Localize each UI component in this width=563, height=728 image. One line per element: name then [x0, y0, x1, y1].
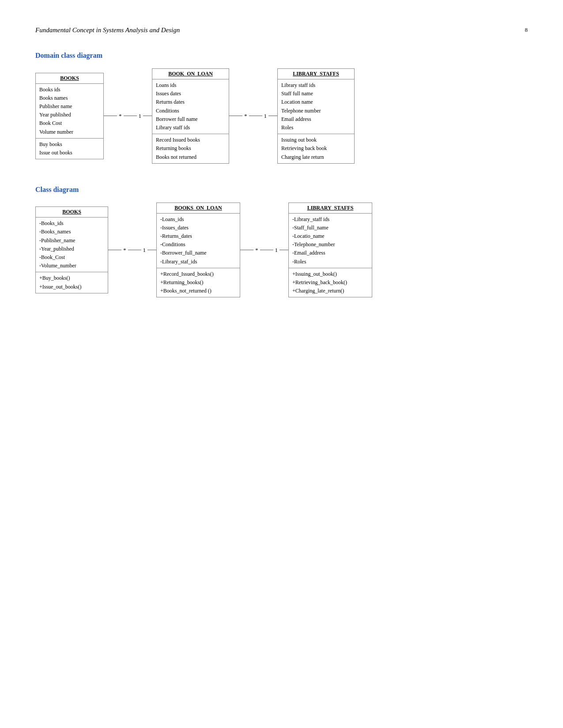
class-attr-year-published: -Year_published: [39, 245, 104, 253]
method-charging-late-return: Charging late return: [281, 153, 351, 161]
attr-library-staff-ids-2: Library staff ids: [281, 81, 351, 90]
line-right-1: [124, 116, 137, 116]
attr-books-ids: Books ids: [39, 86, 100, 94]
line-after-one-3: [147, 250, 156, 250]
class-section-title: Class diagram: [35, 186, 528, 194]
attr-staff-full-name: Staff full name: [281, 90, 351, 98]
domain-library-staffs-header: LIBRARY_STAFFS: [278, 69, 354, 79]
connector-1: * 1: [104, 113, 152, 120]
method-books-not-returned: Books not returned: [156, 153, 225, 161]
class-method-issue-out-books: +Issue_out_books(): [39, 283, 104, 291]
attr-book-cost: Book Cost: [39, 119, 100, 128]
class-method-buy-books: +Buy_books(): [39, 274, 104, 282]
domain-book-on-loan-box: BOOK_ON_LOAN Loans ids Issues dates Retu…: [152, 68, 229, 164]
class-books-on-loan-header: BOOKS_ON_LOAN: [157, 203, 240, 214]
class-books-methods: +Buy_books() +Issue_out_books(): [36, 272, 108, 293]
class-books-box: BOOKS -Books_ids -Books_names -Publisher…: [35, 206, 108, 293]
class-attr-library-staff-ids: -Library_staff ids: [292, 215, 368, 224]
domain-books-header: BOOKS: [36, 73, 103, 84]
class-diagram-section: Class diagram BOOKS -Books_ids -Books_na…: [35, 186, 528, 298]
domain-book-on-loan-header: BOOK_ON_LOAN: [152, 69, 229, 79]
attr-volume-number: Volume number: [39, 128, 100, 136]
class-books-attributes: -Books_ids -Books_names -Publisher_name …: [36, 218, 108, 272]
class-method-returning-books: +Returning_books(): [160, 278, 236, 287]
attr-library-staff-ids: Library staff ids: [156, 124, 225, 132]
method-issuing-out-book: Issuing out book: [281, 136, 351, 144]
class-attr-staff-full-name: -Staff_full_name: [292, 224, 368, 232]
attr-year-published: Year published: [39, 111, 100, 119]
class-attr-library-staf-ids: -Library_staf_ids: [160, 258, 236, 266]
domain-books-box: BOOKS Books ids Books names Publisher na…: [35, 73, 104, 160]
class-books-on-loan-box: BOOKS_ON_LOAN -Loans_ids -Issues_dates -…: [156, 203, 240, 298]
class-diagram-row: BOOKS -Books_ids -Books_names -Publisher…: [35, 203, 528, 298]
attr-publisher-name: Publisher name: [39, 102, 100, 111]
domain-section-title: Domain class diagram: [35, 52, 528, 60]
method-issue-out-books: Issue out books: [39, 149, 100, 157]
attr-issues-dates: Issues dates: [156, 90, 225, 98]
class-attr-books-ids: -Books_ids: [39, 219, 104, 228]
line-right-2: [249, 116, 262, 116]
class-attr-email-address: -Email_address: [292, 249, 368, 257]
attr-loans-ids: Loans ids: [156, 81, 225, 90]
connector-2: * 1: [229, 113, 277, 120]
page-number: 8: [525, 26, 528, 34]
line-left-3: [108, 250, 121, 250]
method-record-issued-books: Record Issued books: [156, 136, 225, 144]
connector-4: * 1: [240, 247, 288, 254]
attr-location-name: Location name: [281, 98, 351, 106]
class-method-retrieving-back-book: +Retrieving_back_book(): [292, 278, 368, 287]
domain-library-staffs-box: LIBRARY_STAFFS Library staff ids Staff f…: [277, 68, 355, 164]
multiplicity-one-2: 1: [262, 113, 269, 120]
method-retrieving-back-book: Retrieving back book: [281, 144, 351, 153]
connector-3: * 1: [108, 247, 156, 254]
class-attr-books-names: -Books_names: [39, 228, 104, 236]
method-returning-books: Returning books: [156, 144, 225, 153]
multiplicity-star-1: *: [117, 113, 124, 120]
class-attr-publisher-name: -Publisher_name: [39, 236, 104, 245]
class-attr-borrower-full-name: -Borrower_full_name: [160, 249, 236, 257]
method-buy-books: Buy books: [39, 140, 100, 149]
multiplicity-star-3: *: [121, 247, 128, 254]
domain-library-staffs-attributes: Library staff ids Staff full name Locati…: [278, 79, 354, 134]
class-books-header: BOOKS: [36, 207, 108, 218]
domain-diagram-row: BOOKS Books ids Books names Publisher na…: [35, 68, 528, 164]
attr-returns-dates: Returns dates: [156, 98, 225, 106]
class-library-staffs-methods: +Issuing_out_book() +Retrieving_back_boo…: [289, 268, 372, 297]
attr-borrower-full-name: Borrower full name: [156, 115, 225, 124]
attr-telephone-number: Telephone number: [281, 107, 351, 115]
class-method-record-issued: +Record_Issued_books(): [160, 270, 236, 278]
line-right-4: [260, 250, 273, 250]
class-attr-volume-number: -Volume_number: [39, 262, 104, 270]
domain-books-attributes: Books ids Books names Publisher name Yea…: [36, 84, 103, 138]
line-after-one-2: [268, 116, 277, 116]
class-method-books-not-returned: +Books_not_returned (): [160, 287, 236, 295]
domain-class-diagram-section: Domain class diagram BOOKS Books ids Boo…: [35, 52, 528, 164]
class-attr-returns-dates: -Returns_dates: [160, 232, 236, 240]
page-header: Fundamental Concept in Systems Analysis …: [35, 26, 528, 34]
class-library-staffs-attributes: -Library_staff ids -Staff_full_name -Loc…: [289, 214, 372, 268]
attr-conditions: Conditions: [156, 107, 225, 115]
domain-book-on-loan-methods: Record Issued books Returning books Book…: [152, 134, 229, 163]
class-attr-locatio-name: -Locatio_name: [292, 232, 368, 240]
class-library-staffs-box: LIBRARY_STAFFS -Library_staff ids -Staff…: [288, 203, 372, 298]
class-books-on-loan-attributes: -Loans_ids -Issues_dates -Returns_dates …: [157, 214, 240, 268]
line-left-1: [104, 116, 117, 116]
multiplicity-one-3: 1: [141, 247, 148, 254]
line-after-one-1: [143, 116, 152, 116]
multiplicity-star-4: *: [253, 247, 260, 254]
multiplicity-one-4: 1: [273, 247, 280, 254]
class-attr-loans-ids: -Loans_ids: [160, 215, 236, 224]
domain-books-methods: Buy books Issue out books: [36, 138, 103, 159]
domain-library-staffs-methods: Issuing out book Retrieving back book Ch…: [278, 134, 354, 163]
line-left-2: [229, 116, 242, 116]
line-after-one-4: [280, 250, 288, 250]
multiplicity-star-2: *: [242, 113, 249, 120]
attr-roles: Roles: [281, 124, 351, 132]
attr-email-address: Email address: [281, 115, 351, 124]
class-method-charging-late-return: +Charging_late_return(): [292, 287, 368, 295]
class-attr-roles: -Roles: [292, 258, 368, 266]
class-attr-book-cost: -Book_Cost: [39, 253, 104, 262]
line-left-4: [240, 250, 253, 250]
class-books-on-loan-methods: +Record_Issued_books() +Returning_books(…: [157, 268, 240, 297]
line-right-3: [128, 250, 141, 250]
